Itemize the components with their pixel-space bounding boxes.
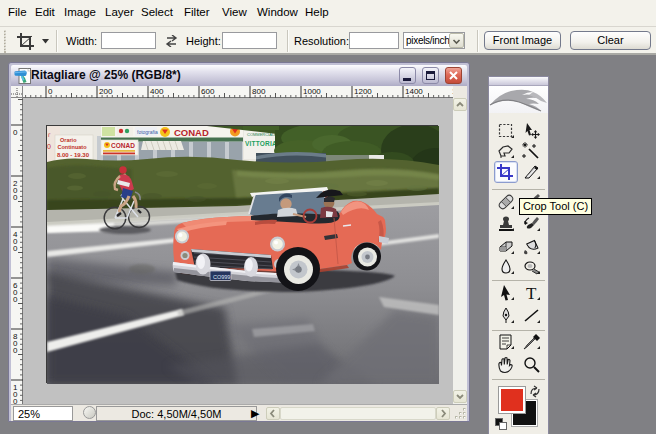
svg-text:0: 0: [13, 397, 18, 404]
svg-text:VITTORIA: VITTORIA: [245, 140, 277, 147]
svg-text:8.00 - 19.30: 8.00 - 19.30: [57, 152, 90, 158]
svg-text:0: 0: [13, 346, 18, 355]
svg-text:CONAD: CONAD: [174, 127, 209, 138]
svg-text:T: T: [526, 284, 537, 302]
svg-text:1200: 1200: [354, 87, 372, 96]
svg-text:Continuato: Continuato: [58, 144, 88, 150]
svg-text:1: 1: [452, 87, 453, 96]
svg-text:800: 800: [252, 87, 266, 96]
svg-text:0: 0: [13, 244, 18, 253]
svg-text:i': i': [48, 132, 50, 138]
svg-text:Orario: Orario: [60, 137, 77, 143]
svg-text:0: 0: [48, 87, 53, 96]
svg-text:200: 200: [99, 87, 113, 96]
svg-text:0: 0: [13, 193, 18, 202]
svg-text:1000: 1000: [303, 87, 321, 96]
svg-text:0: 0: [47, 143, 51, 150]
svg-text:0: 0: [13, 295, 18, 304]
svg-text:0: 0: [13, 128, 18, 137]
svg-text:1400: 1400: [405, 87, 423, 96]
svg-text:600: 600: [201, 87, 215, 96]
svg-text:CO999: CO999: [213, 274, 230, 280]
svg-text:400: 400: [150, 87, 164, 96]
svg-text:fotografia: fotografia: [137, 129, 158, 135]
svg-text:CONAD: CONAD: [111, 142, 135, 149]
